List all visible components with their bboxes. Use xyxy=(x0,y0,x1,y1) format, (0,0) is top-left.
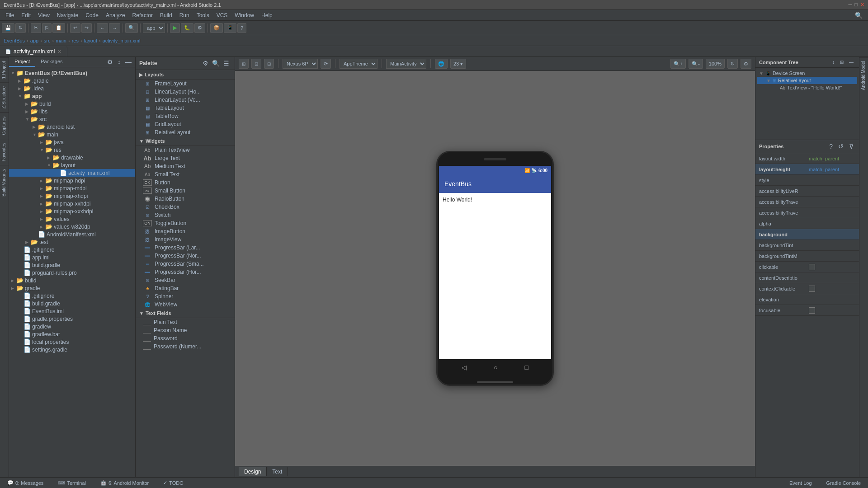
bc-file[interactable]: activity_main.xml xyxy=(103,38,141,43)
palette-section-text-fields[interactable]: ▼ Text Fields xyxy=(136,309,235,318)
comp-tree-sort-btn[interactable]: ↕ xyxy=(830,59,836,66)
props-reset-btn[interactable]: ↺ xyxy=(836,142,845,151)
canvas-zoom-in-btn[interactable]: 🔍+ xyxy=(670,59,686,69)
theme-selector[interactable]: AppTheme xyxy=(340,59,377,69)
menu-window[interactable]: Window xyxy=(231,11,258,19)
prop-accessibility-trave-2[interactable]: accessibilityTrave xyxy=(755,207,859,218)
search-everywhere-btn[interactable]: 🔍 xyxy=(851,12,866,19)
palette-item-framelayout[interactable]: ⊞FrameLayout xyxy=(136,80,235,88)
tab-close-btn[interactable]: ✕ xyxy=(57,49,61,55)
undo-btn[interactable]: ↩ xyxy=(70,23,80,33)
palette-item-progressbar-horizontal[interactable]: ━━ProgressBar (Hor... xyxy=(136,268,235,276)
vtab-structure[interactable]: Z:Structure xyxy=(0,82,9,112)
recents-icon[interactable]: □ xyxy=(525,364,528,371)
palette-item-linearlayout-v[interactable]: ⊞LinearLayout (Ve... xyxy=(136,96,235,104)
palette-item-gridlayout[interactable]: ▦GridLayout xyxy=(136,120,235,128)
palette-item-medium-text[interactable]: AbMedium Text xyxy=(136,162,235,170)
tree-item-build-root[interactable]: ▶ 📂 build xyxy=(9,277,135,284)
tree-item-build-gradle-root[interactable]: 📄 build.gradle xyxy=(9,300,135,307)
device-orientation-btn[interactable]: ⟳ xyxy=(321,59,331,69)
palette-item-password-numeric[interactable]: Password (Numer... xyxy=(136,343,235,351)
tree-item-mipmap-hdpi[interactable]: ▶ 📂 mipmap-hdpi xyxy=(9,177,135,184)
menu-analyze[interactable]: Analyze xyxy=(102,11,129,19)
canvas-zoom-fit-btn[interactable]: ⊡ xyxy=(251,59,261,69)
sidebar-settings-btn[interactable]: ⚙ xyxy=(105,57,115,67)
help-btn[interactable]: ? xyxy=(237,23,246,33)
bc-app[interactable]: app xyxy=(30,38,38,43)
sync-btn[interactable]: ↻ xyxy=(15,23,26,33)
canvas-tab-design[interactable]: Design xyxy=(239,467,267,476)
bottom-tab-gradle-console[interactable]: Gradle Console xyxy=(823,479,864,487)
vtab-captures[interactable]: Captures xyxy=(0,113,9,139)
canvas-refresh-btn[interactable]: ↻ xyxy=(727,59,738,69)
comp-tree-collapse-btn[interactable]: — xyxy=(847,59,855,66)
palette-item-imagebutton[interactable]: 🖼ImageButton xyxy=(136,227,235,235)
device-selector[interactable]: Nexus 6P xyxy=(283,59,318,69)
tree-item-values[interactable]: ▶ 📂 values xyxy=(9,215,135,223)
tree-item-eventbus-iml[interactable]: 📄 EventBus.iml xyxy=(9,307,135,315)
home-icon[interactable]: ○ xyxy=(494,364,497,371)
tree-item-test[interactable]: ▶ 📂 test xyxy=(9,238,135,246)
prop-clickable[interactable]: clickable xyxy=(755,262,859,272)
prop-background[interactable]: background xyxy=(755,229,859,240)
prop-content-description[interactable]: contentDescriptio xyxy=(755,272,859,283)
tree-item-proguard[interactable]: 📄 proguard-rules.pro xyxy=(9,269,135,277)
palette-close-btn[interactable]: ☰ xyxy=(222,59,231,68)
palette-item-ratingbar[interactable]: ★RatingBar xyxy=(136,284,235,292)
menu-build[interactable]: Build xyxy=(156,11,176,19)
tree-item-gitignore-root[interactable]: 📄 .gitignore xyxy=(9,292,135,300)
palette-item-togglebutton[interactable]: ONToggleButton xyxy=(136,219,235,227)
tree-item-mipmap-xhdpi[interactable]: ▶ 📂 mipmap-xhdpi xyxy=(9,192,135,200)
palette-item-progressbar-large[interactable]: ━━ProgressBar (Lar... xyxy=(136,244,235,252)
palette-item-checkbox[interactable]: ☑CheckBox xyxy=(136,203,235,211)
tree-item-activity-main-xml[interactable]: 📄 activity_main.xml xyxy=(9,169,135,177)
props-filter-btn[interactable]: ⊽ xyxy=(847,142,855,151)
palette-item-linearlayout-h[interactable]: ⊟LinearLayout (Ho... xyxy=(136,88,235,96)
tree-item-gradle[interactable]: ▶ 📂 .gradle xyxy=(9,77,135,84)
copy-btn[interactable]: ⎘ xyxy=(42,23,52,33)
menu-help[interactable]: Help xyxy=(258,11,276,19)
tree-item-gradlew-bat[interactable]: 📄 gradlew.bat xyxy=(9,330,135,338)
palette-item-imageview[interactable]: 🖼ImageView xyxy=(136,235,235,244)
prop-layout-height[interactable]: layout:height match_parent xyxy=(755,164,859,175)
menu-edit[interactable]: Edit xyxy=(18,11,34,19)
redo-btn[interactable]: ↪ xyxy=(81,23,92,33)
avd-btn[interactable]: 📱 xyxy=(224,23,236,33)
palette-item-radiobutton[interactable]: 🔘RadioButton xyxy=(136,195,235,203)
back-icon[interactable]: ◁ xyxy=(462,364,467,371)
coverage-btn[interactable]: ⚙ xyxy=(194,23,205,33)
ct-textview[interactable]: ▼ Ab TextView - "Hello World!" xyxy=(757,84,857,91)
palette-item-progressbar-normal[interactable]: ━━ProgressBar (Nor... xyxy=(136,252,235,260)
menu-refactor[interactable]: Refactor xyxy=(129,11,156,19)
props-help-btn[interactable]: ? xyxy=(827,142,835,151)
forward-btn[interactable]: → xyxy=(109,23,120,33)
tree-item-src[interactable]: ▼ 📂 src xyxy=(9,115,135,123)
palette-item-progressbar-small[interactable]: ━ProgressBar (Sma... xyxy=(136,260,235,268)
bc-res[interactable]: res xyxy=(72,38,79,43)
palette-section-layouts[interactable]: ▶ Layouts xyxy=(136,70,235,80)
menu-run[interactable]: Run xyxy=(176,11,193,19)
minimize-btn[interactable]: ─ xyxy=(849,2,852,8)
menu-vcs[interactable]: VCS xyxy=(213,11,231,19)
tree-item-java[interactable]: ▶ 📂 java xyxy=(9,138,135,146)
ct-device-screen[interactable]: ▼ 📱 Device Screen xyxy=(757,70,857,77)
cut-btn[interactable]: ✂ xyxy=(31,23,41,33)
tree-item-gradle-properties[interactable]: 📄 gradle.properties xyxy=(9,315,135,323)
ct-relativelayout[interactable]: ▼ ⊞ RelativeLayout xyxy=(757,77,857,84)
prop-alpha[interactable]: alpha xyxy=(755,218,859,229)
palette-item-large-text[interactable]: AbLarge Text xyxy=(136,154,235,162)
tree-item-drawable[interactable]: ▶ 📂 drawable xyxy=(9,154,135,161)
sidebar-scroll-btn[interactable]: ↕ xyxy=(116,57,123,67)
prop-context-clickable-checkbox[interactable] xyxy=(809,286,815,292)
canvas-zoom-out-btn[interactable]: 🔍- xyxy=(689,59,703,69)
palette-item-spinner[interactable]: ⊽Spinner xyxy=(136,292,235,300)
bottom-tab-terminal[interactable]: ⌨ Terminal xyxy=(54,479,90,487)
palette-item-button[interactable]: OKButton xyxy=(136,178,235,187)
prop-style[interactable]: style xyxy=(755,175,859,186)
sidebar-tab-packages[interactable]: Packages xyxy=(35,57,68,67)
palette-section-widgets[interactable]: ▼ Widgets xyxy=(136,136,235,146)
tree-item-androidtest[interactable]: ▶ 📂 androidTest xyxy=(9,123,135,131)
tree-item-build[interactable]: ▶ 📂 build xyxy=(9,100,135,108)
tree-item-mipmap-mdpi[interactable]: ▶ 📂 mipmap-mdpi xyxy=(9,184,135,192)
palette-item-person-name[interactable]: Person Name xyxy=(136,326,235,334)
